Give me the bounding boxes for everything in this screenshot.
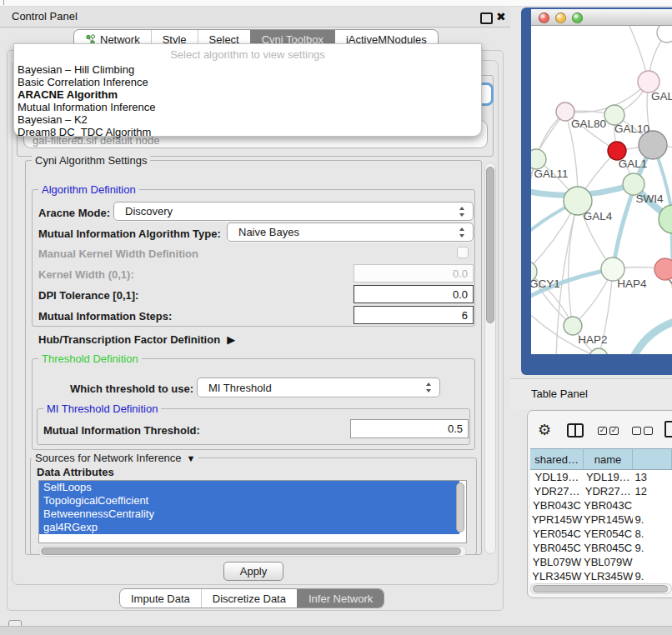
tab-impute-data[interactable]: Impute Data	[120, 589, 201, 608]
network-canvas[interactable]: GALGAL80GAL10GAL1GAL11SWI4GAL4GCY1HAP4YH…	[531, 26, 672, 354]
deselect-box-icon-2[interactable]	[644, 427, 653, 435]
top-strip	[0, 0, 672, 7]
sources-hscrollbar-thumb[interactable]	[41, 548, 461, 555]
settings-scrollbar[interactable]	[484, 162, 496, 554]
column-header-extra[interactable]	[633, 448, 672, 470]
network-node-hap2[interactable]	[564, 317, 582, 335]
attribute-list-item[interactable]: BetweennessCentrality	[39, 508, 459, 521]
table-row[interactable]: YBR045CYBR045C9.	[530, 541, 672, 555]
table-row[interactable]: YBR043CYBR043C	[530, 498, 672, 512]
table-cell: YBL079W	[530, 555, 584, 569]
algorithm-option[interactable]: Bayesian – K2	[14, 113, 481, 126]
node-table: shared… name YDL19…YDL19…13YDR27…YDR27…1…	[530, 448, 672, 583]
mi-threshold-legend: MI Threshold Definition	[43, 403, 161, 414]
manual-kernel-checkbox[interactable]	[457, 247, 469, 258]
close-window-icon[interactable]	[539, 12, 549, 23]
aracne-mode-label: Aracne Mode:	[38, 207, 110, 219]
sources-hscrollbar[interactable]	[38, 546, 467, 557]
aracne-mode-combo[interactable]: Discovery	[113, 202, 474, 221]
dpi-tolerance-input[interactable]: 0.0	[354, 285, 474, 303]
network-node-label: GAL11	[534, 168, 568, 180]
algorithm-option[interactable]: Basic Correlation Inference	[14, 76, 481, 88]
top-divider	[3, 0, 4, 5]
bottom-status-band	[0, 626, 672, 635]
attribute-list-item[interactable]: SelfLoops	[39, 481, 459, 494]
attribute-list-item[interactable]: gal4RGexp	[39, 521, 459, 534]
network-window-titlebar[interactable]	[531, 9, 672, 26]
hub-definition-toggle[interactable]: Hub/Transcription Factor Definition▶	[38, 333, 235, 346]
data-attributes-list: SelfLoopsTopologicalCoefficientBetweenne…	[38, 480, 467, 543]
mi-type-combo[interactable]: Naive Bayes	[227, 222, 474, 242]
table-cell: YPR145W	[530, 512, 584, 527]
sources-title: Sources for Network Inference	[35, 452, 182, 464]
table-row[interactable]: YLR345WYLR345W9.	[530, 569, 672, 583]
table-row[interactable]: YDR27…YDR27…12	[530, 484, 672, 498]
deselect-box-icon[interactable]	[632, 427, 641, 435]
apply-button[interactable]: Apply	[223, 562, 283, 581]
network-node-label: GAL10	[614, 122, 649, 135]
table-hscrollbar[interactable]	[530, 583, 672, 594]
table-body: YDL19…YDL19…13YDR27…YDR27…12YBR043CYBR04…	[530, 470, 672, 583]
sources-legend: Sources for Network Inference▼	[32, 452, 198, 464]
tab-discretize-data[interactable]: Discretize Data	[201, 589, 297, 608]
network-node-label: Y	[669, 278, 672, 290]
column-header-name[interactable]: name	[584, 448, 633, 470]
network-node-top[interactable]	[657, 26, 672, 42]
table-row[interactable]: YER054CYER054C8.	[530, 527, 672, 541]
table-cell: 9.	[633, 541, 672, 555]
combo-spinner-icon	[459, 207, 465, 217]
table-hscrollbar-thumb[interactable]	[533, 585, 668, 592]
attribute-list-item[interactable]: TopologicalCoefficient	[39, 494, 459, 508]
table-row[interactable]: YDL19…YDL19…13	[530, 470, 672, 484]
page-icon[interactable]	[664, 421, 672, 438]
kernel-width-input[interactable]: 0.0	[354, 264, 474, 282]
screen: Control Panel ✖ NetworkStyleSelectCyni T…	[0, 0, 672, 635]
table-cell: YDR27…	[530, 484, 584, 498]
hub-expand-icon[interactable]: ▶	[227, 333, 235, 346]
mi-threshold-input[interactable]: 0.5	[350, 419, 469, 438]
tab-label: Discretize Data	[213, 592, 286, 605]
algorithm-option[interactable]: ARACNE Algorithm	[14, 88, 481, 101]
mi-threshold-label: Mutual Information Threshold:	[43, 424, 200, 437]
attr-list-scrollbar-thumb[interactable]	[456, 482, 464, 532]
table-cell: YER054C	[530, 527, 584, 541]
table-row[interactable]: YBL079WYBL079W	[530, 555, 672, 569]
network-node-label: GCY1	[531, 278, 560, 290]
mi-steps-input[interactable]: 6	[354, 306, 474, 324]
network-node-bot[interactable]	[589, 348, 608, 354]
minimize-window-icon[interactable]	[555, 12, 566, 23]
table-cell: YDR27…	[584, 484, 633, 498]
tab-infer-network[interactable]: Infer Network	[297, 589, 384, 608]
kernel-width-label: Kernel Width (0,1):	[38, 268, 134, 281]
table-cell: YBL079W	[584, 555, 633, 569]
dpi-tolerance-label: DPI Tolerance [0,1]:	[38, 289, 138, 302]
table-cell: YLR345W	[530, 569, 584, 583]
float-panel-icon[interactable]	[480, 12, 493, 24]
algorithm-option[interactable]: Mutual Information Inference	[14, 101, 481, 113]
which-threshold-combo[interactable]: MI Threshold	[197, 378, 440, 398]
gear-icon[interactable]: ⚙	[538, 422, 551, 438]
table-row[interactable]: YPR145WYPR145W9.	[530, 512, 672, 527]
network-node-gray[interactable]	[639, 131, 667, 159]
select-all-check-icon-2[interactable]: ✓	[609, 427, 619, 435]
aracne-mode-value: Discovery	[125, 205, 173, 218]
which-threshold-value: MI Threshold	[208, 382, 272, 394]
algorithm-popup: Select algorithm to view settings Bayesi…	[13, 43, 482, 137]
algorithm-option[interactable]: Dream8 DC_TDC Algorithm	[14, 126, 481, 138]
column-header-shared[interactable]: shared…	[530, 448, 584, 470]
split-columns-icon[interactable]	[567, 423, 584, 438]
table-cell: YDL19…	[584, 470, 633, 484]
which-threshold-label: Which threshold to use:	[70, 382, 193, 395]
select-all-check-icon[interactable]: ✓	[598, 427, 607, 435]
sources-collapse-icon[interactable]: ▼	[187, 453, 196, 464]
table-cell	[633, 555, 672, 569]
cyni-algorithm-settings-legend: Cyni Algorithm Settings	[32, 155, 150, 166]
close-panel-icon[interactable]: ✖	[496, 11, 506, 22]
settings-scrollbar-thumb[interactable]	[486, 167, 494, 323]
zoom-window-icon[interactable]	[572, 12, 583, 23]
network-node-label: SWI4	[635, 192, 663, 205]
algorithm-option[interactable]: Bayesian – Hill Climbing	[14, 63, 481, 76]
mi-type-value: Naive Bayes	[238, 226, 299, 238]
network-node-gal11[interactable]	[531, 149, 546, 169]
network-graph: GALGAL80GAL10GAL1GAL11SWI4GAL4GCY1HAP4YH…	[531, 26, 672, 354]
